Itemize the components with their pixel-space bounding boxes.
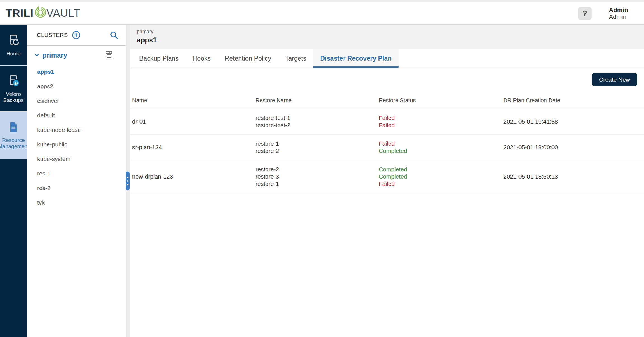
resource-management-icon xyxy=(7,121,20,135)
clusters-panel-header: CLUSTERS xyxy=(27,25,126,46)
tab-hooks[interactable]: Hooks xyxy=(186,49,218,68)
chevron-down-icon xyxy=(34,53,39,58)
user-role: Admin xyxy=(609,13,628,20)
clusters-title: CLUSTERS xyxy=(37,32,68,38)
namespace-item-csidriver[interactable]: csidriver xyxy=(27,94,126,108)
restore-statuses: CompletedCompletedFailed xyxy=(379,166,503,188)
triliovault-app: TRILI VAULT ? Admin Admin xyxy=(0,0,644,337)
notebook-icon xyxy=(105,51,113,60)
table-row[interactable]: new-drplan-123 restore-2restore-3restore… xyxy=(130,160,644,193)
backup-restore-icon xyxy=(7,33,20,48)
tab-disaster-recovery-plan[interactable]: Disaster Recovery Plan xyxy=(313,49,399,68)
namespace-list: apps1apps2csidriverdefaultkube-node-leas… xyxy=(27,65,126,210)
dr-plan-table: Name Restore Name Restore Status DR Plan… xyxy=(130,92,644,193)
column-header-restore-name: Restore Name xyxy=(255,97,379,104)
namespace-item-kube-system[interactable]: kube-system xyxy=(27,152,126,166)
nav-rail-item-resource-management[interactable]: Resource Management xyxy=(0,112,27,159)
top-strip xyxy=(0,0,644,2)
search-icon xyxy=(110,31,118,39)
namespace-item-kube-public[interactable]: kube-public xyxy=(27,137,126,152)
dr-plan-creation-date: 2021-05-01 18:50:13 xyxy=(503,173,644,180)
breadcrumb-cluster: primary xyxy=(137,29,644,35)
status-completed: Completed xyxy=(379,166,503,173)
green-circular-arrow-icon xyxy=(34,6,46,21)
namespace-item-default[interactable]: default xyxy=(27,108,126,123)
namespace-item-tvk[interactable]: tvk xyxy=(27,195,126,210)
tab-targets[interactable]: Targets xyxy=(278,49,313,68)
namespace-item-apps2[interactable]: apps2 xyxy=(27,79,126,94)
nav-rail-item-velero-backups[interactable]: Velero Backups xyxy=(0,66,27,112)
restore-names: restore-2restore-3restore-1 xyxy=(255,166,379,188)
table-body: dr-01 restore-test-1restore-test-2 Faile… xyxy=(130,109,644,193)
namespace-item-res-1[interactable]: res-1 xyxy=(27,166,126,181)
namespace-item-apps1[interactable]: apps1 xyxy=(27,65,126,79)
nav-rail: Home Velero Backups Resource Management xyxy=(0,25,27,337)
breadcrumb: primary apps1 xyxy=(130,25,644,49)
cluster-name: primary xyxy=(42,51,67,59)
restore-names: restore-test-1restore-test-2 xyxy=(255,114,379,129)
table-row[interactable]: dr-01 restore-test-1restore-test-2 Faile… xyxy=(130,109,644,135)
column-header-restore-status: Restore Status xyxy=(379,97,503,104)
cluster-tree-item-primary[interactable]: primary xyxy=(27,48,126,62)
dr-plan-creation-date: 2021-05-01 19:41:58 xyxy=(503,118,644,125)
namespace-item-res-2[interactable]: res-2 xyxy=(27,181,126,195)
status-failed: Failed xyxy=(379,140,503,147)
dr-plan-creation-date: 2021-05-01 19:00:00 xyxy=(503,144,644,151)
panel-resize-handle[interactable] xyxy=(126,172,130,190)
logo-text-vault: VAULT xyxy=(46,7,80,19)
column-header-name: Name xyxy=(130,97,255,104)
search-clusters-button[interactable] xyxy=(110,31,118,39)
tab-bar: Backup PlansHooksRetention PolicyTargets… xyxy=(130,49,644,68)
user-name: Admin xyxy=(609,6,628,13)
top-bar-right: ? Admin Admin xyxy=(578,2,628,25)
plus-circle-icon xyxy=(72,31,80,39)
help-button[interactable]: ? xyxy=(578,7,592,20)
restore-statuses: FailedFailed xyxy=(379,114,503,129)
main-area: primary apps1 Backup PlansHooksRetention… xyxy=(130,25,644,337)
nav-rail-item-home[interactable]: Home xyxy=(0,25,27,66)
dr-plan-name: new-drplan-123 xyxy=(130,173,255,180)
dr-plan-name: dr-01 xyxy=(130,118,255,125)
status-failed: Failed xyxy=(379,122,503,129)
tab-content: Create New Name Restore Name Restore Sta… xyxy=(130,68,644,337)
restore-statuses: FailedCompleted xyxy=(379,140,503,155)
namespace-item-kube-node-lease[interactable]: kube-node-lease xyxy=(27,123,126,137)
status-completed: Completed xyxy=(379,173,503,180)
cluster-license-button[interactable] xyxy=(105,51,113,60)
tab-backup-plans[interactable]: Backup Plans xyxy=(132,49,186,68)
user-menu[interactable]: Admin Admin xyxy=(609,6,628,20)
dr-plan-name: sr-plan-134 xyxy=(130,144,255,151)
triliovault-logo: TRILI VAULT xyxy=(6,6,80,21)
top-bar: TRILI VAULT ? Admin Admin xyxy=(0,2,644,25)
table-row[interactable]: sr-plan-134 restore-1restore-2 FailedCom… xyxy=(130,135,644,160)
restore-names: restore-1restore-2 xyxy=(255,140,379,155)
add-cluster-button[interactable] xyxy=(72,31,80,39)
clusters-panel: CLUSTERS primary xyxy=(27,25,126,337)
breadcrumb-namespace: apps1 xyxy=(137,36,644,44)
create-new-button[interactable]: Create New xyxy=(592,73,637,86)
logo-text-trili: TRILI xyxy=(6,7,34,19)
status-completed: Completed xyxy=(379,147,503,155)
velero-backups-icon xyxy=(7,74,20,89)
status-failed: Failed xyxy=(379,114,503,122)
column-header-creation-date: DR Plan Creation Date xyxy=(503,97,644,104)
table-header-row: Name Restore Name Restore Status DR Plan… xyxy=(130,92,644,109)
status-failed: Failed xyxy=(379,180,503,188)
tab-retention-policy[interactable]: Retention Policy xyxy=(218,49,278,68)
